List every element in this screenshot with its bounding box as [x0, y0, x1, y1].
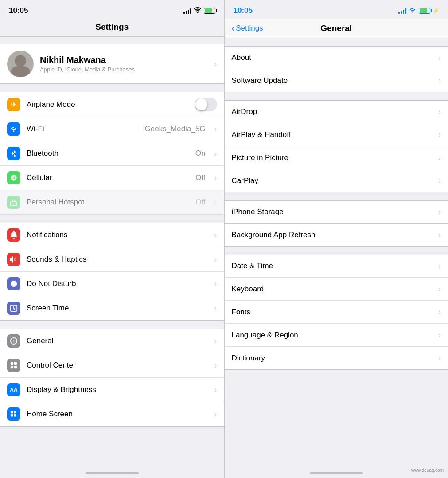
- user-profile-row[interactable]: Nikhil Makwana Apple ID, iCloud, Media &…: [0, 44, 224, 84]
- airdrop-item[interactable]: AirDrop ›: [225, 100, 448, 123]
- user-info: Nikhil Makwana Apple ID, iCloud, Media &…: [40, 55, 208, 73]
- airplay-handoff-chevron-icon: ›: [438, 130, 441, 139]
- sounds-haptics-item[interactable]: Sounds & Haptics ›: [0, 247, 224, 272]
- background-app-refresh-chevron-icon: ›: [438, 231, 441, 240]
- display-brightness-label: Display & Brightness: [27, 385, 208, 394]
- control-center-label: Control Center: [27, 361, 208, 370]
- dictionary-chevron-icon: ›: [438, 353, 441, 363]
- date-time-label: Date & Time: [232, 262, 439, 270]
- display-brightness-item[interactable]: AA Display & Brightness ›: [0, 378, 224, 402]
- system-group: Notifications › Sounds & Haptics › Do No…: [0, 223, 224, 321]
- back-label: Settings: [236, 24, 263, 33]
- right-sharing-group: AirDrop › AirPlay & Handoff › Picture in…: [225, 100, 448, 192]
- date-time-item[interactable]: Date & Time ›: [225, 255, 448, 278]
- fonts-item[interactable]: Fonts ›: [225, 301, 448, 324]
- back-button[interactable]: ‹ Settings: [232, 23, 263, 33]
- fonts-chevron-icon: ›: [438, 307, 441, 317]
- airdrop-label: AirDrop: [232, 107, 439, 116]
- right-info-group: About › Software Update ›: [225, 46, 448, 92]
- signal-icon: [183, 8, 191, 14]
- svg-rect-11: [14, 366, 17, 368]
- airplane-mode-item[interactable]: ✈ Airplane Mode: [0, 92, 224, 117]
- notifications-label: Notifications: [27, 231, 208, 239]
- do-not-disturb-chevron-icon: ›: [214, 279, 217, 289]
- carplay-item[interactable]: CarPlay ›: [225, 169, 448, 192]
- right-signal-icon: [398, 8, 406, 14]
- software-update-item[interactable]: Software Update ›: [225, 69, 448, 92]
- right-time: 10:05: [234, 6, 253, 15]
- airplane-mode-toggle[interactable]: [195, 98, 217, 111]
- keyboard-item[interactable]: Keyboard ›: [225, 278, 448, 301]
- do-not-disturb-item[interactable]: Do Not Disturb ›: [0, 272, 224, 296]
- personal-hotspot-icon: [7, 196, 20, 209]
- svg-rect-12: [11, 411, 13, 413]
- sounds-haptics-chevron-icon: ›: [214, 255, 217, 264]
- left-nav-header: Settings: [0, 19, 224, 37]
- dictionary-item[interactable]: Dictionary ›: [225, 347, 448, 370]
- control-center-chevron-icon: ›: [214, 361, 217, 370]
- home-screen-item[interactable]: Home Screen ›: [0, 402, 224, 427]
- back-chevron-icon: ‹: [232, 23, 235, 33]
- language-region-label: Language & Region: [232, 331, 439, 340]
- user-chevron-icon: ›: [214, 59, 217, 69]
- display-brightness-chevron-icon: ›: [214, 385, 217, 395]
- airplay-handoff-item[interactable]: AirPlay & Handoff ›: [225, 123, 448, 146]
- right-nav-header: ‹ Settings General: [225, 19, 448, 38]
- language-region-item[interactable]: Language & Region ›: [225, 324, 448, 347]
- cellular-label: Cellular: [27, 173, 189, 182]
- personal-hotspot-item[interactable]: Personal Hotspot Off ›: [0, 190, 224, 215]
- home-indicator: [86, 472, 139, 474]
- keyboard-label: Keyboard: [232, 285, 439, 294]
- control-center-item[interactable]: Control Center ›: [0, 353, 224, 378]
- battery-icon: [204, 8, 215, 14]
- background-app-refresh-item[interactable]: Background App Refresh ›: [225, 223, 448, 247]
- right-page-title: General: [320, 24, 352, 33]
- iphone-storage-chevron-icon: ›: [438, 208, 441, 217]
- date-time-chevron-icon: ›: [438, 262, 441, 271]
- svg-point-2: [13, 177, 14, 178]
- sounds-haptics-icon: [7, 253, 20, 266]
- right-wifi-icon: [409, 7, 416, 14]
- airdrop-chevron-icon: ›: [438, 107, 441, 117]
- iphone-storage-item[interactable]: iPhone Storage ›: [225, 200, 448, 223]
- screen-time-item[interactable]: Screen Time ›: [0, 296, 224, 321]
- left-status-bar: 10:05: [0, 0, 224, 19]
- cellular-item[interactable]: Cellular Off ›: [0, 166, 224, 190]
- wifi-icon: [7, 122, 20, 136]
- right-status-icons: ⚡: [398, 7, 439, 14]
- software-update-label: Software Update: [232, 76, 439, 85]
- wifi-signal-icon: [194, 7, 201, 14]
- right-battery-lightning: ⚡: [433, 8, 439, 14]
- right-panel: 10:05 ⚡ ‹ Settings General Abou: [224, 0, 448, 478]
- home-screen-icon: [7, 407, 20, 421]
- wifi-label: Wi-Fi: [27, 125, 137, 133]
- picture-in-picture-item[interactable]: Picture in Picture ›: [225, 146, 448, 169]
- notifications-item[interactable]: Notifications ›: [0, 223, 224, 247]
- svg-rect-15: [14, 414, 16, 416]
- sounds-haptics-label: Sounds & Haptics: [27, 255, 208, 264]
- svg-rect-14: [14, 411, 16, 413]
- about-item[interactable]: About ›: [225, 46, 448, 69]
- left-time: 10:05: [9, 6, 28, 15]
- wifi-item[interactable]: Wi-Fi iGeeks_Media_5G ›: [0, 117, 224, 141]
- bluetooth-item[interactable]: Bluetooth On ›: [0, 141, 224, 166]
- background-app-refresh-label: Background App Refresh: [232, 231, 439, 239]
- cellular-chevron-icon: ›: [214, 173, 217, 183]
- watermark: www.deuaq.com: [411, 468, 444, 473]
- iphone-storage-label: iPhone Storage: [232, 208, 439, 216]
- keyboard-chevron-icon: ›: [438, 284, 441, 294]
- control-center-icon: [7, 359, 20, 372]
- display-brightness-icon: AA: [7, 383, 20, 396]
- gap-1: [225, 92, 448, 100]
- software-update-chevron-icon: ›: [438, 76, 441, 85]
- left-status-icons: [183, 7, 215, 14]
- gap-3: [225, 247, 448, 255]
- notifications-icon: [7, 228, 20, 242]
- right-status-bar: 10:05 ⚡: [225, 0, 448, 19]
- svg-rect-8: [11, 362, 13, 365]
- personal-hotspot-value: Off: [195, 198, 205, 207]
- svg-point-4: [13, 203, 15, 204]
- general-item[interactable]: General ›: [0, 329, 224, 353]
- airplane-mode-icon: ✈: [7, 98, 20, 111]
- carplay-chevron-icon: ›: [438, 176, 441, 185]
